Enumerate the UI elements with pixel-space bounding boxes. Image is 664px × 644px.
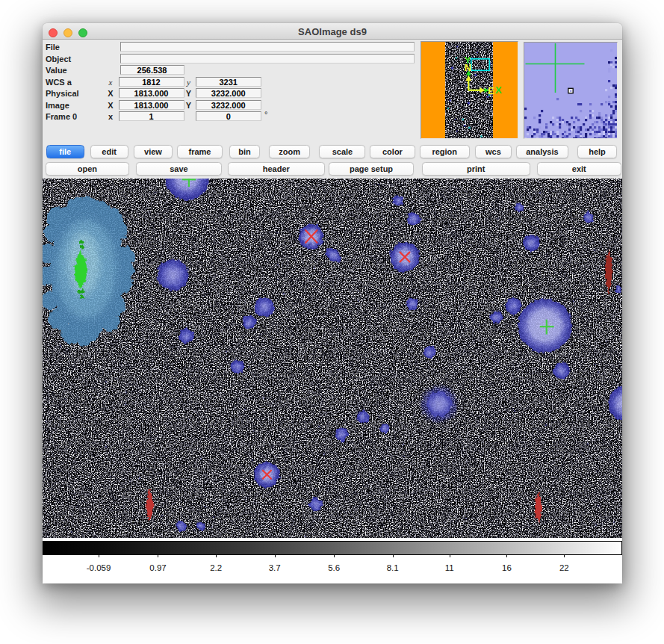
svg-text:N: N	[465, 62, 471, 73]
svg-text:X: X	[495, 84, 502, 96]
svg-text:E: E	[488, 85, 494, 96]
